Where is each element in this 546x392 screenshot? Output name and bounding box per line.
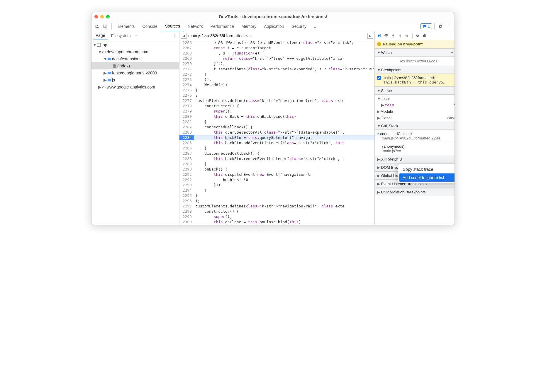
settings-gear-icon[interactable]: [437, 23, 445, 30]
tab-console[interactable]: Console: [139, 21, 161, 31]
cloud-icon: [101, 85, 107, 89]
tab-elements[interactable]: Elements: [114, 21, 138, 31]
svg-rect-11: [425, 35, 425, 36]
callstack-frame[interactable]: ➔connectedCallback main.js?v=e382d…forma…: [375, 130, 455, 142]
nav-forward-icon[interactable]: ▸: [367, 33, 373, 39]
tab-memory[interactable]: Memory: [238, 21, 260, 31]
section-watch[interactable]: ▼Watch ＋ ⟳: [375, 48, 455, 57]
device-toggle-icon[interactable]: [101, 23, 109, 30]
breakpoint-item[interactable]: main.js?v=e382d86f:formatted:… this.back…: [375, 74, 455, 86]
scope-local[interactable]: ▼Local: [375, 95, 455, 102]
tree-folder-fonts[interactable]: ▶ fonts/google-sans-v2003: [91, 69, 179, 76]
step-over-icon[interactable]: [384, 34, 388, 38]
step-out-icon[interactable]: [398, 34, 402, 38]
editor-tab[interactable]: main.js?v=e382d86f:formatted ×: [188, 33, 248, 38]
svg-rect-1: [105, 26, 107, 28]
tree-label: fonts/google-sans-v2003: [112, 71, 157, 75]
tab-performance[interactable]: Performance: [207, 21, 237, 31]
tab-sources[interactable]: Sources: [162, 21, 184, 31]
svg-rect-10: [424, 35, 424, 36]
section-csp[interactable]: ▶CSP Violation Breakpoints: [375, 188, 455, 196]
section-callstack[interactable]: ▼Call Stack: [375, 122, 455, 130]
step-icon[interactable]: [405, 34, 409, 38]
svg-point-4: [386, 36, 386, 37]
step-into-icon[interactable]: [391, 34, 395, 38]
navigator-tab-filesystem[interactable]: Filesystem: [108, 31, 134, 40]
window-title: DevTools - developer.chrome.com/docs/ext…: [91, 14, 455, 19]
cloud-icon: [101, 50, 107, 54]
file-icon: [112, 64, 117, 68]
titlebar: DevTools - developer.chrome.com/docs/ext…: [91, 12, 455, 21]
tree-label: developer.chrome.com: [107, 50, 148, 54]
svg-point-5: [393, 37, 394, 38]
scope-global[interactable]: ▶GlobalWindow: [375, 115, 455, 121]
tab-application[interactable]: Application: [260, 21, 288, 31]
tree-label: top: [101, 42, 107, 47]
breakpoint-title: main.js?v=e382d86f:formatted:…: [383, 76, 439, 80]
editor-panel: ◂ main.js?v=e382d86f:formatted × » ▸ 226…: [179, 31, 375, 225]
issues-badge[interactable]: 1: [420, 23, 432, 29]
tree-label: www.google-analytics.com: [107, 85, 155, 89]
tree-label: (index): [117, 64, 130, 68]
tree-label: docs/extensions: [112, 57, 141, 61]
svg-rect-3: [380, 34, 381, 37]
devtools-window: DevTools - developer.chrome.com/docs/ext…: [91, 12, 455, 225]
scope-module[interactable]: ▶Module: [375, 108, 455, 115]
context-menu: Copy stack trace Add script to ignore li…: [398, 164, 455, 183]
callstack-location: main.js?v=e382d…formatted:2284: [376, 136, 455, 140]
editor-tab-close-icon[interactable]: ×: [245, 33, 248, 38]
tree-origin-chrome[interactable]: ▼ developer.chrome.com: [91, 48, 179, 55]
paused-text: Paused on breakpoint: [383, 42, 423, 46]
current-frame-icon: ➔: [376, 132, 379, 136]
info-icon: i: [377, 42, 381, 46]
paused-banner: i Paused on breakpoint: [375, 40, 455, 48]
pause-exceptions-icon[interactable]: [423, 34, 427, 38]
breakpoint-checkbox[interactable]: [377, 76, 381, 80]
tab-security[interactable]: Security: [288, 21, 310, 31]
frame-icon: [96, 43, 101, 47]
tree-folder-extensions[interactable]: ▼ docs/extensions: [91, 55, 179, 62]
svg-point-6: [400, 37, 401, 38]
navigator-tab-page[interactable]: Page: [93, 31, 108, 40]
ctx-copy-stack-trace[interactable]: Copy stack trace: [399, 165, 455, 173]
tree-label: js: [112, 78, 115, 82]
resume-icon[interactable]: [377, 34, 381, 38]
folder-icon: [107, 71, 112, 75]
main-area: Page Filesystem » ⋮ ▼ top ▼ developer.ch…: [91, 31, 455, 225]
tab-network[interactable]: Network: [184, 21, 206, 31]
svg-rect-2: [97, 43, 101, 47]
main-toolbar: Elements Console Sources Network Perform…: [91, 21, 455, 31]
callstack-frame[interactable]: (anonymous) main.js?v=: [375, 142, 455, 155]
tree-origin-ga[interactable]: ▶ www.google-analytics.com: [91, 83, 179, 91]
tree-file-index[interactable]: (index): [91, 62, 179, 69]
navigator-menu-icon[interactable]: ⋮: [170, 33, 178, 38]
svg-point-9: [423, 34, 426, 37]
callstack-location: main.js?v=: [377, 149, 455, 153]
section-breakpoints[interactable]: ▼Breakpoints: [375, 66, 455, 74]
tree-frame-top[interactable]: ▼ top: [91, 41, 179, 48]
breakpoint-code: this.backBtn = this.queryS…: [377, 80, 455, 84]
issues-count: 1: [428, 24, 430, 28]
scope-this[interactable]: ▶this: …: [375, 102, 455, 108]
file-tree: ▼ top ▼ developer.chrome.com ▼ docs/exte…: [91, 40, 179, 92]
navigator-panel: Page Filesystem » ⋮ ▼ top ▼ developer.ch…: [91, 31, 179, 225]
section-xhr[interactable]: ▶XHR/fetch B: [375, 155, 455, 163]
code-editor[interactable]: 2266 e && !We.has(e) && (e.addEventListe…: [179, 40, 374, 225]
editor-filename: main.js?v=e382d86f:formatted: [188, 33, 244, 38]
deactivate-breakpoints-icon[interactable]: [416, 34, 420, 38]
kebab-menu-icon[interactable]: ⋮: [445, 23, 453, 30]
tree-folder-js[interactable]: ▶ js: [91, 76, 179, 83]
inspect-icon[interactable]: [93, 23, 101, 30]
folder-icon: [107, 78, 112, 82]
watch-empty: No watch expressions: [375, 57, 455, 66]
add-watch-icon[interactable]: ＋: [450, 50, 454, 55]
debugger-panel: i Paused on breakpoint ▼Watch ＋ ⟳ No wat…: [375, 31, 455, 225]
svg-point-7: [406, 35, 406, 36]
editor-tabs-more-icon[interactable]: »: [250, 33, 252, 38]
folder-icon: [107, 57, 112, 61]
navigator-tabs-more-icon[interactable]: »: [135, 33, 138, 38]
section-scope[interactable]: ▼Scope: [375, 86, 455, 95]
ctx-add-to-ignore-list[interactable]: Add script to ignore list: [399, 173, 455, 182]
nav-back-icon[interactable]: ◂: [181, 33, 186, 39]
tabs-overflow-icon[interactable]: »: [311, 21, 320, 31]
